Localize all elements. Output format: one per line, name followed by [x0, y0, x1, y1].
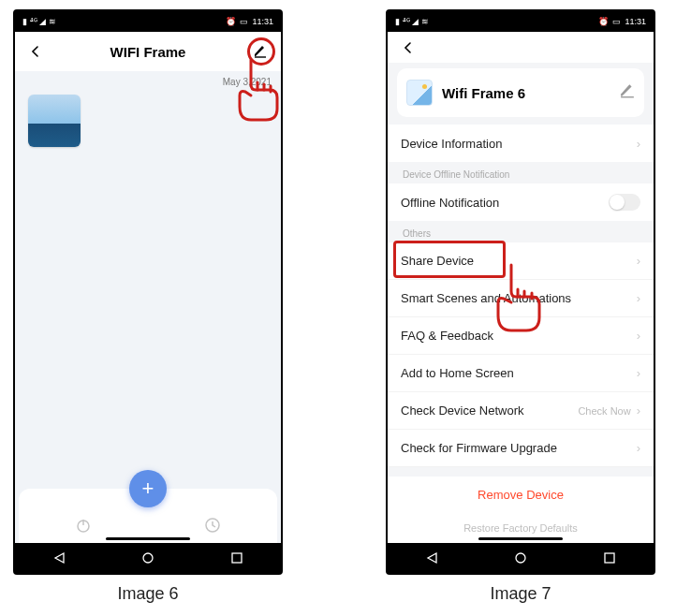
svg-rect-6 — [621, 96, 634, 97]
add-button[interactable]: + — [129, 470, 167, 507]
chevron-right-icon: › — [637, 441, 640, 455]
photo-thumbnail[interactable] — [28, 95, 81, 147]
svg-point-4 — [143, 553, 153, 563]
header-bar: WIFI Frame — [15, 32, 281, 71]
back-button[interactable] — [26, 42, 45, 61]
row-offline-notification[interactable]: Offline Notification — [388, 183, 654, 221]
nav-home-icon[interactable] — [512, 550, 529, 566]
device-header-card: Wifi Frame 6 — [397, 68, 644, 117]
rename-button[interactable] — [620, 83, 635, 102]
chevron-right-icon: › — [637, 254, 640, 268]
device-picture-icon — [406, 80, 433, 106]
offline-toggle[interactable] — [609, 194, 640, 211]
nav-recent-icon[interactable] — [601, 550, 618, 566]
back-button[interactable] — [399, 38, 418, 57]
highlight-circle — [247, 37, 275, 66]
alarm-icon: ⏰ — [226, 17, 236, 26]
svg-point-7 — [516, 553, 525, 563]
power-icon[interactable] — [55, 517, 111, 534]
svg-rect-8 — [605, 553, 614, 563]
phone-left: ▮ ⁴ᴳ ◢ ≋ ⏰ ▭ 11:31 WIFI Frame May 3,2021 — [13, 9, 283, 575]
clock: 11:31 — [252, 17, 273, 26]
history-icon[interactable] — [184, 517, 241, 534]
page-title: WIFI Frame — [45, 44, 251, 60]
nav-back-icon[interactable] — [423, 550, 440, 566]
caption-left: Image 6 — [13, 584, 283, 604]
signal-icons: ▮ ⁴ᴳ ◢ ≋ — [22, 17, 56, 26]
chevron-right-icon: › — [637, 366, 640, 380]
status-bar: ▮ ⁴ᴳ ◢ ≋ ⏰ ▭ 11:31 — [15, 11, 281, 32]
screen-gallery: WIFI Frame May 3,2021 + — [15, 32, 281, 543]
date-label: May 3,2021 — [15, 71, 281, 87]
clock: 11:31 — [625, 17, 646, 26]
battery-icon: ▭ — [240, 17, 248, 26]
check-now-label: Check Now — [578, 405, 630, 417]
row-device-information[interactable]: Device Information › — [388, 125, 654, 162]
row-firmware-upgrade[interactable]: Check for Firmware Upgrade › — [388, 430, 654, 467]
row-smart-scenes[interactable]: Smart Scenes and Automations › — [388, 280, 654, 317]
battery-icon: ▭ — [612, 17, 621, 26]
nav-home-icon[interactable] — [140, 550, 156, 566]
android-navbar — [15, 543, 281, 573]
screen-settings: Wifi Frame 6 Device Information › Device… — [388, 32, 654, 544]
android-navbar — [388, 543, 654, 573]
row-add-home-screen[interactable]: Add to Home Screen › — [388, 355, 654, 392]
bottom-toolbar: + — [19, 489, 277, 543]
nav-recent-icon[interactable] — [228, 550, 245, 566]
device-name-label: Wifi Frame 6 — [442, 85, 610, 101]
chevron-right-icon: › — [637, 291, 640, 305]
row-restore-defaults[interactable]: Restore Factory Defaults — [388, 513, 654, 543]
status-bar: ▮ ⁴ᴳ ◢ ≋ ⏰ ▭ 11:31 — [388, 11, 654, 32]
home-indicator — [478, 537, 563, 540]
row-check-network[interactable]: Check Device Network Check Now › — [388, 392, 654, 430]
header-bar — [388, 32, 654, 64]
section-others-header: Others — [388, 221, 654, 242]
caption-right: Image 7 — [386, 584, 655, 604]
chevron-right-icon: › — [637, 403, 640, 418]
home-indicator — [106, 537, 190, 540]
signal-icons: ▮ ⁴ᴳ ◢ ≋ — [395, 17, 429, 26]
highlight-box — [393, 241, 506, 278]
chevron-right-icon: › — [637, 137, 640, 151]
svg-rect-5 — [232, 553, 242, 563]
row-faq-feedback[interactable]: FAQ & Feedback › — [388, 317, 654, 355]
phone-right: ▮ ⁴ᴳ ◢ ≋ ⏰ ▭ 11:31 Wifi Frame 6 — [386, 9, 655, 575]
alarm-icon: ⏰ — [598, 17, 609, 26]
row-remove-device[interactable]: Remove Device — [388, 477, 654, 513]
section-offline-header: Device Offline Notification — [388, 162, 654, 183]
nav-back-icon[interactable] — [51, 550, 67, 566]
chevron-right-icon: › — [637, 329, 640, 343]
